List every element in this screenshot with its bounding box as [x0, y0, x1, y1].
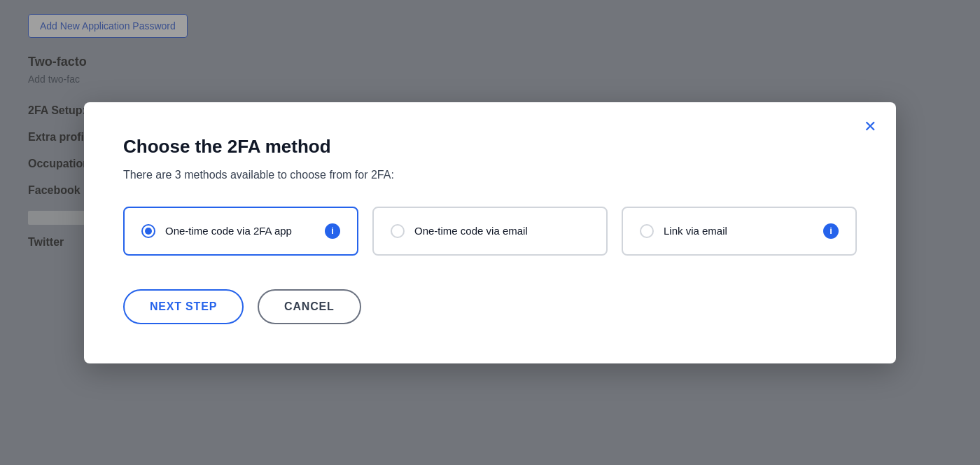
modal-subtitle: There are 3 methods available to choose … [123, 169, 857, 181]
option-email-link[interactable]: Link via email i [622, 207, 857, 256]
modal-dialog: ✕ Choose the 2FA method There are 3 meth… [84, 102, 896, 363]
option-email-link-label: Link via email [664, 225, 813, 237]
radio-app[interactable] [141, 224, 155, 238]
close-icon: ✕ [864, 118, 876, 135]
options-row: One-time code via 2FA app i One-time cod… [123, 207, 857, 256]
option-app-label: One-time code via 2FA app [165, 225, 315, 237]
option-email-code-label: One-time code via email [414, 225, 589, 237]
radio-email-link[interactable] [640, 224, 654, 238]
modal-close-button[interactable]: ✕ [861, 116, 879, 137]
radio-email-code[interactable] [391, 224, 405, 238]
info-badge-app[interactable]: i [325, 223, 340, 239]
buttons-row: NEXT STEP CANCEL [123, 289, 857, 324]
modal-title: Choose the 2FA method [123, 136, 857, 158]
option-app[interactable]: One-time code via 2FA app i [123, 207, 358, 256]
info-badge-link[interactable]: i [823, 223, 839, 239]
cancel-button[interactable]: CANCEL [258, 289, 360, 324]
option-email-code[interactable]: One-time code via email [372, 207, 608, 256]
next-step-button[interactable]: NEXT STEP [123, 289, 244, 324]
modal-overlay: ✕ Choose the 2FA method There are 3 meth… [0, 0, 980, 465]
